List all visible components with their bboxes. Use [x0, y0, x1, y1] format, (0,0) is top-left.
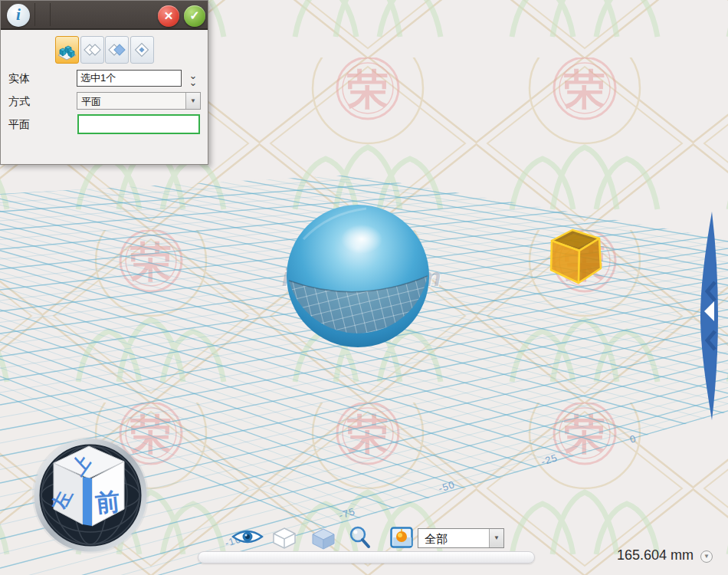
- panel-flyout-arrow[interactable]: [691, 209, 725, 423]
- 3d-viewport[interactable]: 荣 0 -25 -50 -75 -100 i3DOne.com: [0, 0, 728, 575]
- mode-combine-blocks-button[interactable]: [55, 36, 79, 64]
- confirm-button[interactable]: ✓: [184, 5, 205, 27]
- sphere-object[interactable]: [282, 199, 435, 353]
- toolbar-grip-bar[interactable]: [198, 551, 535, 564]
- two-white-diamonds-icon: [81, 37, 103, 63]
- unit-chevron-icon[interactable]: ▼: [700, 550, 713, 563]
- wireframe-cube-icon: [274, 528, 295, 548]
- method-dropdown[interactable]: 平面 ▼: [77, 92, 201, 110]
- white-blue-diamond-icon: [106, 37, 128, 63]
- entity-input[interactable]: [77, 70, 182, 87]
- grid-label: 0: [628, 432, 638, 445]
- filter-dropdown-value: 全部: [425, 532, 448, 547]
- expand-chevrons-icon[interactable]: ⌄⌄: [185, 71, 201, 87]
- grid-label: -75: [337, 505, 356, 521]
- command-dialog: i ✕ ✓: [0, 0, 208, 165]
- visibility-button[interactable]: [230, 526, 265, 547]
- method-field-label: 方式: [8, 95, 30, 109]
- diamond-with-dot-icon: [131, 37, 153, 63]
- cube-object[interactable]: [546, 225, 607, 288]
- wireframe-display-button[interactable]: [271, 527, 297, 550]
- dialog-titlebar[interactable]: i ✕ ✓: [1, 1, 208, 30]
- view-cube[interactable]: 上 左 前: [29, 435, 152, 558]
- measurement-readout: 165.604 mm: [617, 547, 694, 564]
- filter-dropdown[interactable]: 全部 ▼: [418, 528, 504, 548]
- cancel-button[interactable]: ✕: [158, 5, 179, 27]
- view-cube-highlighted-edge: [83, 477, 92, 526]
- zoom-button[interactable]: [346, 525, 372, 550]
- chevron-down-icon[interactable]: ▼: [489, 529, 503, 547]
- mode-two-diamonds-button[interactable]: [80, 36, 104, 64]
- render-mode-button[interactable]: [390, 527, 413, 549]
- plane-input[interactable]: [77, 114, 200, 134]
- chevron-down-icon[interactable]: ▼: [185, 93, 200, 109]
- grid-label: -50: [437, 478, 456, 495]
- mode-diamond-dot-button[interactable]: [130, 36, 154, 64]
- info-icon[interactable]: i: [7, 4, 30, 27]
- mode-white-blue-diamond-button[interactable]: [105, 36, 129, 64]
- method-dropdown-value: 平面: [81, 95, 101, 109]
- combine-blocks-icon: [56, 37, 78, 63]
- solid-cube-icon: [313, 529, 334, 549]
- plane-field-label: 平面: [8, 118, 30, 132]
- entity-field-label: 实体: [8, 72, 30, 86]
- zoom-icon: [351, 527, 369, 547]
- render-mode-icon: [392, 528, 412, 547]
- grid-label: -25: [539, 452, 559, 468]
- shaded-display-button[interactable]: [310, 527, 337, 550]
- view-cube-front-label[interactable]: 前: [93, 487, 122, 517]
